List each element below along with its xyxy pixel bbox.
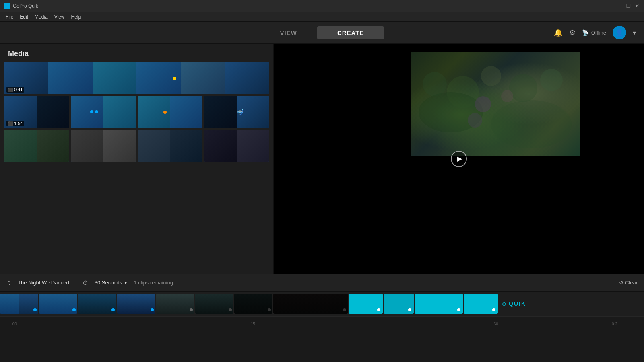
song-title: The Night We Danced bbox=[18, 280, 69, 286]
ruler-ticks-svg bbox=[0, 316, 644, 324]
media-row-1: ⬛ 0:41 bbox=[4, 62, 269, 94]
quik-logo: ◇ QUIK bbox=[502, 300, 526, 307]
clip-marker-1 bbox=[33, 308, 37, 311]
settings-icon[interactable]: ⚙ bbox=[569, 28, 576, 37]
media-thumb-2a[interactable]: ⬛ 1:54 bbox=[4, 96, 69, 128]
play-button[interactable]: ▶ bbox=[451, 151, 467, 167]
close-button[interactable]: ✕ bbox=[634, 3, 640, 9]
media-row-2: ⬛ 1:54 bbox=[4, 96, 269, 128]
window-controls: — ❐ ✕ bbox=[617, 3, 640, 9]
user-icon: 👤 bbox=[615, 29, 623, 37]
offline-badge[interactable]: 📡 Offline bbox=[582, 29, 606, 36]
clip-marker-orange bbox=[163, 111, 167, 114]
track-clip-5[interactable] bbox=[156, 294, 194, 314]
offline-label: Offline bbox=[591, 30, 606, 36]
menu-media[interactable]: Media bbox=[31, 14, 51, 20]
track-clip-cyan-4[interactable] bbox=[464, 294, 498, 314]
main-layout: Media ⬛ 0:41 bbox=[0, 44, 644, 274]
media-header: Media bbox=[0, 44, 273, 62]
tab-create[interactable]: CREATE bbox=[317, 26, 384, 39]
clip-marker-4 bbox=[151, 308, 154, 311]
track-clip-8[interactable] bbox=[273, 294, 348, 314]
track-clip-1[interactable] bbox=[0, 294, 38, 314]
track-clip-6[interactable] bbox=[195, 294, 233, 314]
app-icon bbox=[4, 3, 10, 9]
clip-marker-cyan-1 bbox=[377, 308, 380, 311]
menu-edit[interactable]: Edit bbox=[17, 14, 31, 20]
preview-image bbox=[411, 52, 580, 156]
left-panel: Media ⬛ 0:41 bbox=[0, 44, 274, 274]
clip-marker-blue-2 bbox=[95, 110, 98, 113]
duration-chevron-icon: ▾ bbox=[124, 280, 127, 286]
app-title: GoPro Quik bbox=[13, 3, 38, 9]
timeline-controls: ♫ The Night We Danced ⏱ 30 Seconds ▾ 1 c… bbox=[0, 274, 644, 292]
clip-marker-cyan-4 bbox=[492, 308, 495, 311]
top-nav-right: 🔔 ⚙ 📡 Offline 👤 ▾ bbox=[554, 26, 636, 39]
media-thumb-3c[interactable] bbox=[138, 130, 203, 162]
quik-text: QUIK bbox=[509, 300, 526, 307]
music-icon-btn[interactable]: ♫ bbox=[6, 279, 11, 286]
media-thumb-1[interactable]: ⬛ 0:41 bbox=[4, 62, 269, 94]
wifi-slash-icon: 📡 bbox=[582, 29, 589, 36]
quik-q-icon: ◇ bbox=[502, 300, 507, 307]
svg-point-4 bbox=[540, 69, 563, 91]
clip-marker-2 bbox=[72, 308, 76, 311]
notification-icon[interactable]: 🔔 bbox=[554, 28, 563, 37]
svg-point-6 bbox=[491, 100, 572, 148]
track-clip-7[interactable] bbox=[234, 294, 272, 314]
track-clip-3[interactable] bbox=[78, 294, 116, 314]
track-clip-4[interactable] bbox=[117, 294, 155, 314]
track-clip-cyan-3[interactable] bbox=[415, 294, 463, 314]
clips-remaining: 1 clips remaining bbox=[134, 280, 173, 286]
media-thumb-3d[interactable] bbox=[204, 130, 269, 162]
title-bar: GoPro Quik — ❐ ✕ bbox=[0, 0, 644, 12]
duration-value: 30 Seconds bbox=[95, 280, 122, 286]
media-thumb-3b[interactable] bbox=[71, 130, 136, 162]
user-chevron-icon[interactable]: ▾ bbox=[633, 29, 636, 37]
menu-help[interactable]: Help bbox=[68, 14, 85, 20]
clear-button[interactable]: ↺ Clear bbox=[619, 280, 638, 286]
preview-frame bbox=[411, 52, 580, 156]
media-thumb-2d[interactable]: 🤿 bbox=[204, 96, 269, 128]
media-thumb-2b[interactable] bbox=[71, 96, 136, 128]
refresh-icon: ↺ bbox=[619, 280, 623, 286]
clip-marker-blue-1 bbox=[90, 110, 93, 113]
clip-marker-yellow bbox=[173, 77, 176, 80]
user-avatar[interactable]: 👤 bbox=[613, 26, 626, 39]
svg-point-8 bbox=[501, 90, 513, 102]
divider-1 bbox=[76, 279, 76, 287]
track-clip-2[interactable] bbox=[39, 294, 77, 314]
media-title: Media bbox=[8, 49, 29, 58]
timeline-ruler: :00 :15 :30 0:2 bbox=[0, 316, 644, 328]
restore-button[interactable]: ❐ bbox=[625, 3, 631, 9]
track-clip-cyan-1[interactable] bbox=[349, 294, 383, 314]
svg-point-3 bbox=[509, 74, 537, 102]
top-nav: VIEW CREATE 🔔 ⚙ 📡 Offline 👤 ▾ bbox=[0, 22, 644, 44]
track-clip-cyan-2[interactable] bbox=[384, 294, 414, 314]
timeline-area: ♫ The Night We Danced ⏱ 30 Seconds ▾ 1 c… bbox=[0, 274, 644, 362]
menu-file[interactable]: File bbox=[2, 14, 17, 20]
clock-icon: ⏱ bbox=[83, 280, 88, 286]
clip-duration-1: ⬛ 0:41 bbox=[6, 87, 24, 93]
clip-marker-cyan-3 bbox=[457, 308, 460, 311]
clip-marker-7 bbox=[268, 308, 271, 311]
video-preview: ▶ bbox=[274, 44, 644, 274]
duration-select[interactable]: 30 Seconds ▾ bbox=[95, 280, 128, 286]
svg-point-7 bbox=[475, 96, 491, 112]
media-thumb-2c[interactable] bbox=[138, 96, 203, 128]
svg-point-0 bbox=[423, 72, 447, 96]
diver-silhouette: 🤿 bbox=[237, 109, 244, 115]
right-panel: ▶ bbox=[274, 44, 644, 274]
minimize-button[interactable]: — bbox=[617, 3, 622, 9]
media-thumb-3a[interactable] bbox=[4, 130, 69, 162]
tab-view[interactable]: VIEW bbox=[260, 26, 317, 39]
media-grid: ⬛ 0:41 ⬛ 1:54 bbox=[0, 62, 273, 274]
clip-marker-3 bbox=[111, 308, 115, 311]
play-icon: ▶ bbox=[457, 155, 462, 162]
clear-label: Clear bbox=[625, 280, 638, 286]
svg-point-2 bbox=[481, 66, 501, 86]
svg-point-9 bbox=[468, 113, 482, 128]
music-note-icon: ♫ bbox=[6, 279, 11, 286]
nav-tabs: VIEW CREATE bbox=[260, 26, 384, 39]
menu-view[interactable]: View bbox=[51, 14, 68, 20]
